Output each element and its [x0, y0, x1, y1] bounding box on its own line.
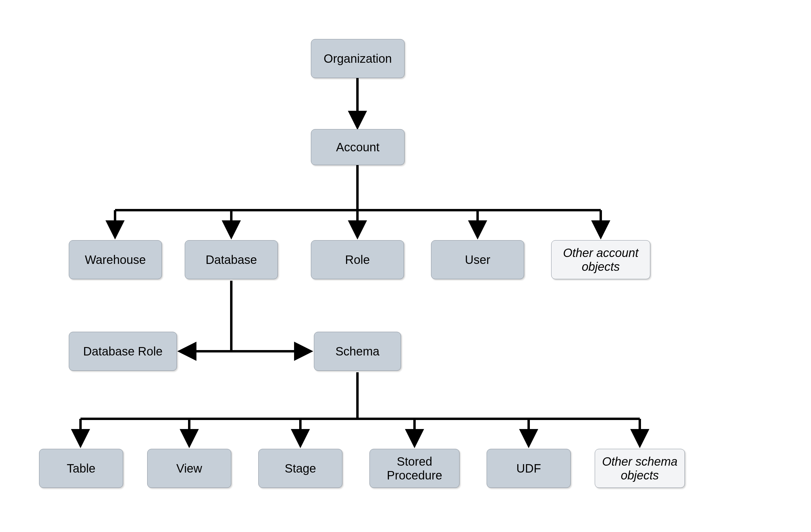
node-stored-procedure: Stored Procedure [369, 449, 460, 488]
node-database: Database [185, 240, 278, 279]
node-udf: UDF [487, 449, 571, 488]
hierarchy-diagram: Organization Account Warehouse Database … [39, 12, 772, 519]
node-table: Table [39, 449, 123, 488]
node-role: Role [311, 240, 404, 279]
node-other-schema-objects: Other schema objects [595, 449, 685, 488]
node-view: View [147, 449, 231, 488]
node-schema: Schema [314, 332, 401, 371]
node-database-role: Database Role [69, 332, 177, 371]
node-account: Account [311, 129, 404, 165]
node-stage: Stage [258, 449, 342, 488]
node-user: User [431, 240, 524, 279]
node-warehouse: Warehouse [69, 240, 162, 279]
node-organization: Organization [311, 39, 404, 78]
node-other-account-objects: Other account objects [551, 240, 650, 279]
